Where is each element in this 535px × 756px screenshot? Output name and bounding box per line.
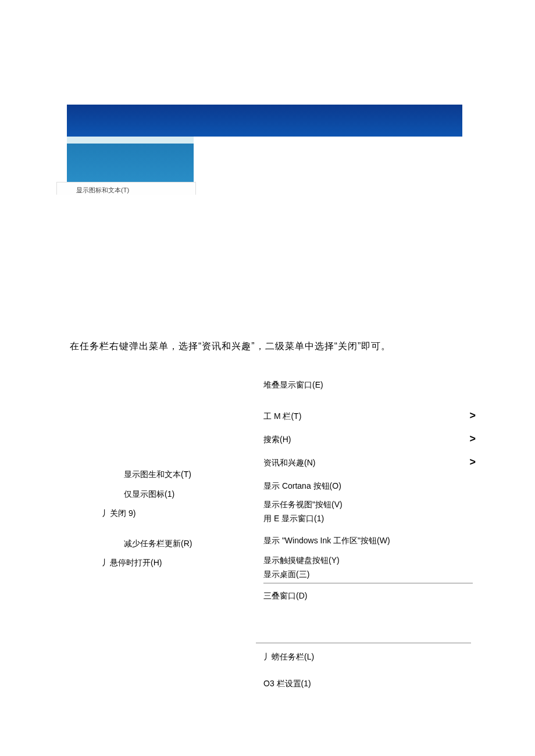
menu-news-interests[interactable]: 资讯和兴趣(N) > <box>263 452 470 475</box>
sky-bg <box>67 105 462 137</box>
menu-taskbar-settings[interactable]: O3 栏设置(1) <box>263 679 311 689</box>
submenu: 显示图生和文本(T) 仅显示图标(1) 丿关闭 9) 减少任务栏更新(R) 丿悬… <box>102 465 236 573</box>
menu-label: 显示 "Windows Ink 工作区"按钮(W) <box>263 536 390 545</box>
popup-cover <box>56 195 196 311</box>
menu-show-e-window[interactable]: 用 E 显示窗口(1) <box>263 512 470 526</box>
submenu-reduce-updates[interactable]: 减少任务栏更新(R) <box>102 534 236 554</box>
menu-separator <box>256 643 471 643</box>
submenu-show-icon-text[interactable]: 显示图生和文本(T) <box>102 465 236 485</box>
chevron-right-icon: > <box>469 456 476 468</box>
menu-desktop[interactable]: 显示桌面(三) <box>263 568 470 582</box>
instruction-text: 在任务栏右键弹出菜单，选择“资讯和兴趣”，二级菜单中选择“关闭”即可。 <box>70 341 391 353</box>
menu-label: 资讯和兴趣(N) <box>263 458 315 467</box>
chevron-right-icon: > <box>469 433 476 445</box>
menu-cortana[interactable]: 显示 Cortana 按钮(O) <box>263 475 470 498</box>
submenu-show-icon-only[interactable]: 仅显示图标(1) <box>102 485 236 504</box>
context-menu: 堆叠显示窗口(E) 工 M 栏(T) > 搜索(H) > 资讯和兴趣(N) > … <box>263 374 470 608</box>
menu-label: 工 M 栏(T) <box>263 411 301 421</box>
menu-cascade[interactable]: 堆叠显示窗口(E) <box>263 374 470 397</box>
screenshot-image: 显示图标和文本(T) <box>67 105 462 311</box>
menu-toolbar[interactable]: 工 M 栏(T) > <box>263 405 470 428</box>
menu-label: 搜索(H) <box>263 435 291 444</box>
menu-taskview[interactable]: 显示任务视图"按钮(V) <box>263 498 470 512</box>
menu-label: 显示 Cortana 按钮(O) <box>263 481 341 490</box>
menu-search[interactable]: 搜索(H) > <box>263 428 470 452</box>
menu-touch-kb[interactable]: 显示触摸键盘按钮(Y) <box>263 554 470 568</box>
wave <box>67 137 194 144</box>
menu-stack-d[interactable]: 三叠窗口(D) <box>263 585 470 608</box>
chevron-right-icon: > <box>469 410 476 422</box>
menu-lock-taskbar[interactable]: 丿螃任务栏(L) <box>263 652 314 662</box>
menu-label: 显示桌面(三) <box>263 569 309 579</box>
menu-ink[interactable]: 显示 "Windows Ink 工作区"按钮(W) <box>263 534 470 548</box>
menu-label: 显示任务视图"按钮(V) <box>263 500 343 509</box>
submenu-close[interactable]: 丿关闭 9) <box>102 504 236 524</box>
menu-label: 用 E 显示窗口(1) <box>263 514 324 523</box>
submenu-open-hover[interactable]: 丿悬停时打开(H) <box>102 553 236 573</box>
white-panel <box>194 137 462 311</box>
menu-label: 显示触摸键盘按钮(Y) <box>263 556 340 565</box>
popup-hint-text: 显示图标和文本(T) <box>76 186 129 195</box>
ocean-bg <box>67 137 194 186</box>
menu-separator <box>263 583 473 583</box>
menu-label: 堆叠显示窗口(E) <box>263 380 323 389</box>
menu-label: 三叠窗口(D) <box>263 591 307 600</box>
